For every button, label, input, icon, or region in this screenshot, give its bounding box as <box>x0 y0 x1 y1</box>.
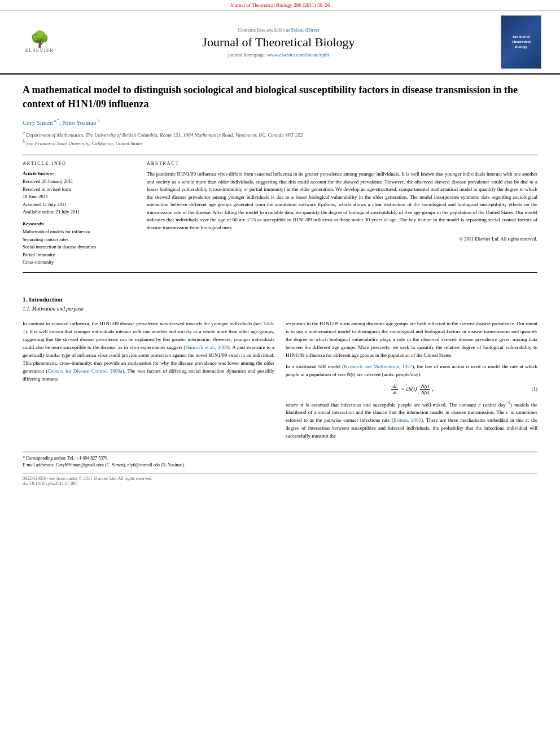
author-2-name: Niño Yosinao <box>63 119 97 126</box>
article-info-col: Article Info Article history: Received 2… <box>23 161 135 267</box>
keyword-3: Social interaction in disease dynamics <box>23 243 135 251</box>
affil-1: a Department of Mathematics, The Univers… <box>23 130 537 138</box>
info-abstract-section: Article Info Article history: Received 2… <box>23 161 537 267</box>
author-1-sup: a,* <box>53 118 59 123</box>
accepted-date: Accepted 12 July 2011 <box>23 201 135 209</box>
elsevier-logo: 🌳 ELSEVIER <box>17 32 62 53</box>
issn-line: 0022-5193/$ - see front matter © 2011 El… <box>23 476 537 481</box>
body-right-text-3: where it is assumed that infectious and … <box>286 400 537 441</box>
available-online: Available online 23 July 2011 <box>23 208 135 216</box>
journal-header: 🌳 ELSEVIER Contents lists available at S… <box>0 11 560 75</box>
author-2-sup: b <box>96 118 99 123</box>
keyword-4: Partial immunity <box>23 251 135 259</box>
journal-footer: 0022-5193/$ - see front matter © 2011 El… <box>23 473 537 486</box>
journal-ref-text: Journal of Theoretical Biology 286 (2011… <box>230 2 330 8</box>
article-history-heading: Article history: <box>23 171 135 176</box>
authors-line: Cory Simon a,*, Niño Yosinao b <box>23 118 537 126</box>
affiliations: a Department of Mathematics, The Univers… <box>23 130 537 146</box>
body-left-col: In contrast to seasonal influenza, the H… <box>23 320 274 440</box>
affil-2: b San Francisco State University, Califo… <box>23 139 537 146</box>
homepage-url[interactable]: www.elsevier.com/locate/yjtbi <box>268 52 329 58</box>
body-section-1: 1. Introduction 1.1. Motivation and purp… <box>23 296 537 440</box>
cdc-link[interactable]: Centers for Disease Control, 2009a <box>48 368 123 374</box>
keywords-heading: Keywords: <box>23 221 135 226</box>
copyright-line: © 2011 Elsevier Ltd. All rights reserved… <box>147 236 537 242</box>
equation-1: dI dt = cS(t) N(t) N(t) , (1) <box>286 383 537 395</box>
sciencedirect-line: Contents lists available at ScienceDirec… <box>62 27 495 33</box>
article-title: A mathematical model to distinguish soci… <box>23 83 537 111</box>
article-info-heading: Article Info <box>23 161 135 166</box>
contents-label: Contents lists available at <box>238 27 290 33</box>
subsection-1-1-heading: 1.1. Motivation and purpose <box>23 306 537 312</box>
britton-link[interactable]: Britton, 2003 <box>393 417 421 423</box>
divider-1 <box>23 155 537 155</box>
doi-line: doi:10.1016/j.jtbi.2011.07.008 <box>23 481 537 486</box>
received-revised-label: Received in revised form <box>23 186 135 194</box>
keyword-1: Mathematical models for influenza <box>23 228 135 236</box>
elsevier-name-text: ELSEVIER <box>17 47 62 53</box>
divider-2 <box>23 272 537 273</box>
footnote-area: * Corresponding author. Tel.: +1 604 827… <box>23 452 537 486</box>
section-1-heading: 1. Introduction <box>23 296 537 303</box>
keyword-5: Cross-immunity <box>23 259 135 267</box>
abstract-heading: Abstract <box>147 161 537 166</box>
elsevier-tree-icon: 🌳 <box>17 32 62 47</box>
body-right-text-1: responses to the H1N1/09 virus among dis… <box>286 320 537 360</box>
journal-homepage-line: journal homepage: www.elsevier.com/locat… <box>62 52 495 58</box>
journal-main-title: Journal of Theoretical Biology <box>62 35 495 50</box>
body-left-text: In contrast to seasonal influenza, the H… <box>23 320 274 383</box>
sciencedirect-link[interactable]: ScienceDirect <box>291 27 320 33</box>
kermack-link[interactable]: Kermack and McKendrick, 1927 <box>344 364 412 369</box>
footnote-star: * Corresponding author. Tel.: +1 604 827… <box>23 455 537 462</box>
hancock-link[interactable]: Hancock et al., 2009 <box>185 344 228 350</box>
author-1-name: Cory Simon <box>23 119 53 126</box>
keyword-2: Separating contact rates <box>23 236 135 244</box>
received-revised-date: 18 June 2011 <box>23 193 135 201</box>
table1-link[interactable]: Table 1 <box>23 321 274 334</box>
footnote-email: E-mail addresses: CoryMSimon@gmail.com (… <box>23 462 537 469</box>
abstract-text: The pandemic H1N1/09 influenza virus dif… <box>147 171 537 231</box>
abstract-col: Abstract The pandemic H1N1/09 influenza … <box>147 161 537 267</box>
equation-lhs: dI dt = cS(t) N(t) N(t) , <box>390 383 434 395</box>
journal-cover-image: Journal of Theoretical Biology <box>501 15 543 69</box>
journal-title-block: Contents lists available at ScienceDirec… <box>62 27 495 58</box>
body-right-col: responses to the H1N1/09 virus among dis… <box>286 320 537 440</box>
cover-box: Journal of Theoretical Biology <box>501 15 541 69</box>
equation-number-1: (1) <box>532 386 538 392</box>
received-date: Received 28 January 2011 <box>23 178 135 186</box>
journal-reference-bar: Journal of Theoretical Biology 286 (2011… <box>0 0 560 11</box>
body-right-text-2: In a traditional SIR model (Kermack and … <box>286 363 537 379</box>
homepage-label: journal homepage: <box>228 52 266 58</box>
body-two-col: In contrast to seasonal influenza, the H… <box>23 320 537 440</box>
cover-title: Journal of Theoretical Biology <box>511 34 531 50</box>
main-content: A mathematical model to distinguish soci… <box>0 75 560 495</box>
